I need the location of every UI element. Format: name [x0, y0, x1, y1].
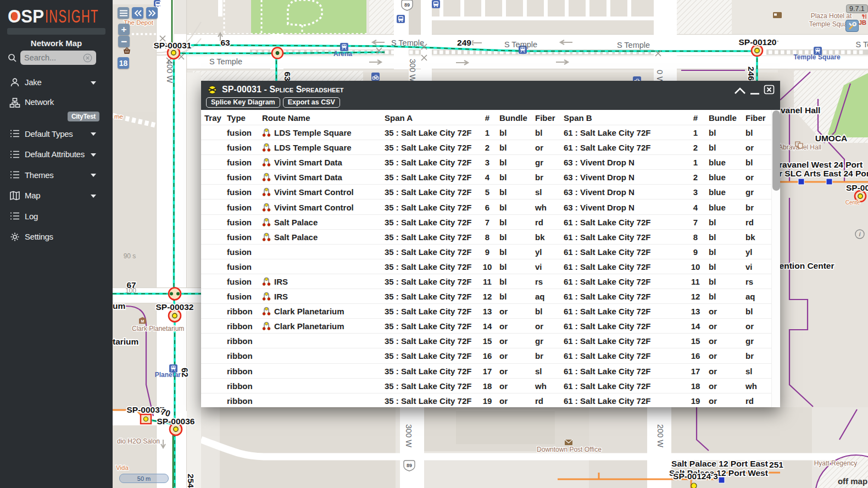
- svg-text:r SLC Arts East 24 Port: r SLC Arts East 24 Port: [779, 169, 868, 178]
- svg-text:Plaza Hotel at: Plaza Hotel at: [811, 12, 852, 20]
- svg-text:249: 249: [457, 38, 471, 47]
- svg-text:Downtown Post Office: Downtown Post Office: [537, 446, 602, 453]
- svg-text:S Te: S Te: [856, 40, 868, 49]
- svg-text:dio H2O Salon: dio H2O Salon: [117, 437, 160, 445]
- svg-text:me: me: [114, 113, 123, 120]
- svg-text:SP-00032: SP-00032: [156, 302, 194, 312]
- svg-text:Planetari: Planetari: [155, 371, 183, 379]
- svg-text:JB: JB: [859, 19, 866, 26]
- svg-text:100: 100: [125, 287, 136, 295]
- svg-text:S Temple: S Temple: [391, 38, 424, 47]
- svg-text:S Temple: S Temple: [504, 40, 537, 49]
- svg-text:254: 254: [186, 474, 196, 488]
- svg-text:89: 89: [407, 463, 412, 468]
- svg-text:UMOCA: UMOCA: [815, 134, 848, 143]
- svg-text:Hyatt Regency: Hyatt Regency: [814, 459, 858, 467]
- svg-text:89: 89: [404, 2, 410, 8]
- svg-text:M: M: [141, 319, 144, 323]
- svg-text:SP-00124 3: SP-00124 3: [673, 472, 718, 481]
- svg-text:200 W: 200 W: [656, 424, 665, 447]
- svg-text:vention Center: vention Center: [775, 261, 834, 270]
- svg-text:Temple Square: Temple Square: [793, 53, 840, 61]
- svg-text:Clark Planetarium: Clark Planetarium: [132, 325, 184, 332]
- svg-text:tarium: tarium: [113, 337, 138, 346]
- svg-text:246: 246: [747, 66, 756, 81]
- svg-text:vanel Hall: vanel Hall: [781, 106, 820, 115]
- svg-text:off map: off map: [838, 476, 867, 486]
- svg-text:300 W: 300 W: [408, 59, 417, 82]
- svg-text:Salt Palace 12 Port East: Salt Palace 12 Port East: [671, 459, 768, 468]
- svg-text:um: um: [113, 301, 125, 310]
- svg-text:S Temple: S Temple: [617, 41, 650, 49]
- svg-text:Vida: Vida: [116, 464, 129, 471]
- svg-text:SP-00031: SP-00031: [154, 41, 192, 50]
- svg-text:Cente: Cente: [845, 199, 860, 206]
- svg-text:SP-00037: SP-00037: [127, 405, 165, 414]
- svg-text:300 W: 300 W: [404, 424, 413, 447]
- svg-text:S Temple: S Temple: [209, 57, 242, 66]
- svg-text:90 s: 90 s: [124, 252, 136, 260]
- svg-text:SP-001: SP-001: [846, 183, 868, 192]
- svg-text:251: 251: [769, 460, 783, 469]
- svg-text:SP-00120: SP-00120: [739, 37, 777, 47]
- svg-text:62: 62: [180, 368, 190, 378]
- svg-text:63: 63: [283, 71, 292, 81]
- svg-text:ravanel West 24 Port: ravanel West 24 Port: [779, 160, 863, 169]
- svg-text:63: 63: [220, 38, 230, 47]
- svg-text:Arena: Arena: [333, 50, 352, 58]
- svg-text:400 W: 400 W: [165, 60, 174, 83]
- svg-text:SP-00036: SP-00036: [157, 417, 195, 426]
